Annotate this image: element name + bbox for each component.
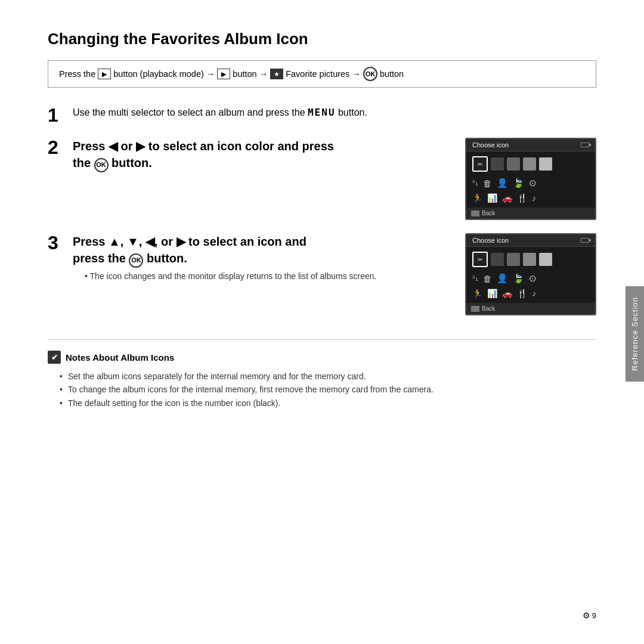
step-2-content: Press ◀ or ▶ to select an icon color and… <box>73 138 596 220</box>
swatch-3 <box>507 157 520 171</box>
swatch-selected-s3: ✂ <box>472 252 488 267</box>
side-tab: Reference Section <box>626 286 644 382</box>
icon-car: 🚗 <box>502 193 512 203</box>
icon-circle-s3: ⊙ <box>529 273 537 284</box>
screen-title-step2: Choose icon <box>472 141 509 148</box>
camera-screen-step2: Choose icon ✂ <box>465 138 596 220</box>
icon-num: ⁰₁ <box>472 179 478 187</box>
nav-favorite-text: Favorite pictures → <box>286 69 361 79</box>
note-bullet-1: Set the album icons separately for the i… <box>60 370 596 383</box>
page-number: ⚙ 9 <box>583 611 596 620</box>
step-3-text: Press ▲, ▼, ◀, or ▶ to select an icon an… <box>73 233 453 268</box>
screen-title-step3: Choose icon <box>472 237 509 244</box>
playback-icon-1: ▶ <box>98 69 111 79</box>
step-3-row: Press ▲, ▼, ◀, or ▶ to select an icon an… <box>73 233 596 315</box>
page-num-icon: ⚙ <box>583 611 590 620</box>
back-icon-step2 <box>471 210 479 216</box>
step-3-line1: Press ▲, ▼, ◀, or ▶ to select an icon an… <box>73 233 453 250</box>
screen-header-step2: Choose icon <box>466 139 595 151</box>
notes-title: Notes About Album Icons <box>66 352 174 363</box>
icon-chart-s3: 📊 <box>487 289 497 298</box>
step-3-text-col: Press ▲, ▼, ◀, or ▶ to select an icon an… <box>73 233 453 283</box>
step-1-content: Use the multi selector to select an albu… <box>73 106 596 120</box>
step-2-row: Press ◀ or ▶ to select an icon color and… <box>73 138 596 220</box>
nav-press-text: Press the <box>59 69 95 79</box>
page-title: Changing the Favorites Album Icon <box>48 30 596 48</box>
nav-part1: button (playback mode) → <box>113 69 215 79</box>
step-3: 3 Press ▲, ▼, ◀, or ▶ to select an icon … <box>48 233 596 315</box>
favorites-icon: ★ <box>270 69 283 79</box>
icon-row-1-step3: ⁰₁ 🗑 👤 🍃 ⊙ <box>472 273 589 284</box>
step-2-number: 2 <box>48 138 64 157</box>
notes-header: ✔ Notes About Album Icons <box>48 351 596 364</box>
step-2-line1: Press ◀ or ▶ to select an icon color and… <box>73 138 453 154</box>
screen-footer-step3: Back <box>466 303 595 314</box>
menu-label: MENU <box>308 107 336 118</box>
color-row-step2: ✂ <box>472 156 589 172</box>
nav-part3: button <box>380 69 404 79</box>
icon-trash-s3: 🗑 <box>483 274 492 284</box>
step-3-number: 3 <box>48 233 64 252</box>
step-3-bullet: The icon changes and the monitor display… <box>85 270 453 283</box>
notes-section: ✔ Notes About Album Icons Set the album … <box>48 339 596 410</box>
step-1-text-part2: button. <box>338 107 367 117</box>
icon-row-2-step2: 🏃 📊 🚗 🍴 ♪ <box>472 193 589 203</box>
battery-icon-step2 <box>581 143 589 147</box>
step-1: 1 Use the multi selector to select an al… <box>48 106 596 125</box>
icon-row-2-step3: 🏃 📊 🚗 🍴 ♪ <box>472 289 589 298</box>
icon-run-s3: 🏃 <box>472 289 482 298</box>
icon-leaf: 🍃 <box>513 178 524 188</box>
ok-icon-step2: OK <box>94 158 109 172</box>
nav-part2: button → <box>233 69 268 79</box>
swatch-4 <box>523 157 536 171</box>
step-3-content: Press ▲, ▼, ◀, or ▶ to select an icon an… <box>73 233 596 315</box>
screen-footer-step2: Back <box>466 208 595 219</box>
swatch-2-s3 <box>491 253 504 266</box>
note-bullet-2: To change the album icons for the intern… <box>60 383 596 396</box>
step-1-text-part1: Use the multi selector to select an albu… <box>73 107 305 117</box>
icon-fork: 🍴 <box>517 193 527 203</box>
icon-person-s3: 👤 <box>497 273 508 284</box>
icon-music: ♪ <box>532 193 536 203</box>
icon-circle: ⊙ <box>529 178 537 188</box>
icon-fork-s3: 🍴 <box>517 289 527 298</box>
step-3-line2: press the OK button. <box>73 250 453 268</box>
back-label-step2: Back <box>482 210 495 216</box>
color-row-step3: ✂ <box>472 252 589 267</box>
icon-leaf-s3: 🍃 <box>513 273 524 284</box>
icon-person: 👤 <box>497 178 508 188</box>
icon-num-s3: ⁰₁ <box>472 274 478 283</box>
swatch-selected: ✂ <box>472 156 488 172</box>
page: Changing the Favorites Album Icon Press … <box>0 0 644 644</box>
step-2-text-col: Press ◀ or ▶ to select an icon color and… <box>73 138 453 172</box>
step-2: 2 Press ◀ or ▶ to select an icon color a… <box>48 138 596 220</box>
page-num-text: 9 <box>592 611 596 620</box>
step-2-text: Press ◀ or ▶ to select an icon color and… <box>73 138 453 172</box>
camera-screen-step3: Choose icon ✂ <box>465 233 596 315</box>
icon-run: 🏃 <box>472 193 482 203</box>
swatch-2 <box>491 157 504 171</box>
step-1-text: Use the multi selector to select an albu… <box>73 106 596 120</box>
swatch-4-s3 <box>523 253 536 266</box>
ok-icon-step3: OK <box>129 253 143 268</box>
ok-icon-nav: OK <box>363 67 377 81</box>
back-icon-step3 <box>471 306 479 312</box>
icon-chart: 📊 <box>487 193 497 203</box>
icon-row-1-step2: ⁰₁ 🗑 👤 🍃 ⊙ <box>472 178 589 188</box>
step-2-line2: the OK button. <box>73 154 453 172</box>
icon-music-s3: ♪ <box>532 289 536 298</box>
playback-icon-2: ▶ <box>217 69 230 79</box>
swatch-5-s3 <box>539 253 552 266</box>
nav-box: Press the ▶ button (playback mode) → ▶ b… <box>48 60 596 88</box>
note-bullet-3: The default setting for the icon is the … <box>60 397 596 410</box>
back-label-step3: Back <box>482 305 495 312</box>
icon-trash: 🗑 <box>483 178 492 188</box>
screen-header-step3: Choose icon <box>466 234 595 247</box>
battery-icon-step3 <box>581 238 589 243</box>
icon-car-s3: 🚗 <box>502 289 512 298</box>
notes-checkmark-icon: ✔ <box>48 351 61 364</box>
swatch-5 <box>539 157 552 171</box>
swatch-3-s3 <box>507 253 520 266</box>
screen-body-step3: ✂ ⁰₁ 🗑 👤 🍃 ⊙ <box>466 247 595 303</box>
screen-body-step2: ✂ ⁰₁ 🗑 👤 🍃 ⊙ <box>466 151 595 208</box>
